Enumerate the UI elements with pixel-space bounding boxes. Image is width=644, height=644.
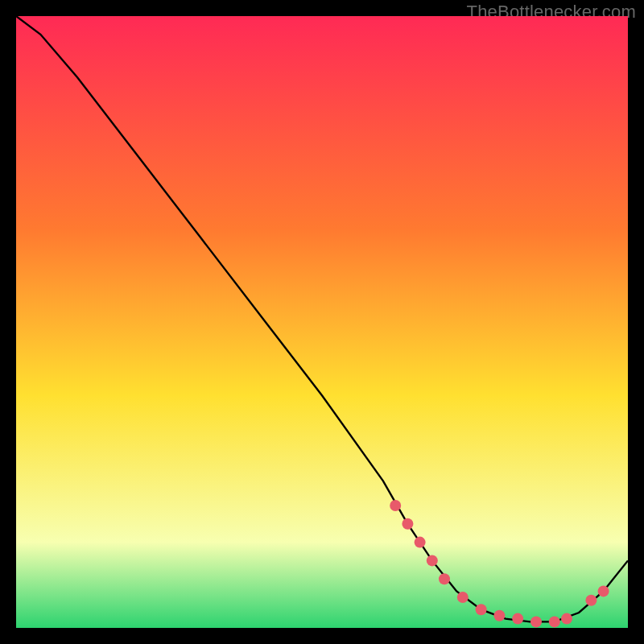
gradient-background (16, 16, 628, 628)
highlight-marker (390, 500, 401, 511)
highlight-marker (427, 555, 438, 566)
highlight-marker (439, 573, 450, 584)
highlight-marker (530, 616, 542, 627)
highlight-marker (402, 518, 413, 530)
highlight-marker (493, 610, 505, 621)
highlight-marker (512, 613, 523, 625)
highlight-marker (549, 616, 560, 627)
highlight-marker (476, 604, 487, 615)
highlight-marker (561, 613, 572, 625)
highlight-marker (457, 592, 469, 603)
chart-frame: TheBottlenecker.com (0, 0, 644, 644)
highlight-marker (415, 537, 426, 548)
highlight-marker (585, 595, 597, 606)
highlight-marker (598, 585, 609, 597)
bottleneck-plot (16, 16, 628, 628)
